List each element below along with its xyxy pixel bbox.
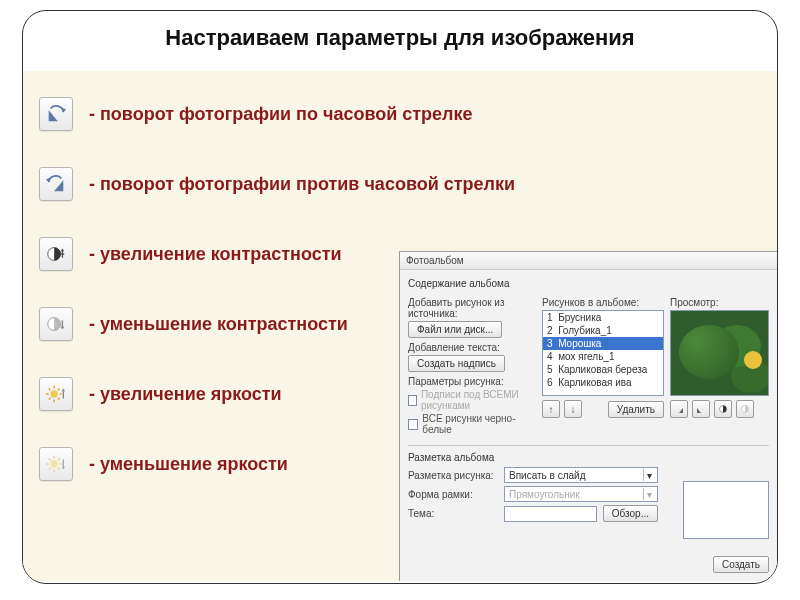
create-caption-button[interactable]: Создать надпись: [408, 355, 505, 372]
svg-line-19: [49, 468, 51, 470]
picture-params-label: Параметры рисунка:: [408, 376, 536, 387]
svg-line-18: [58, 468, 60, 470]
list-item: 6 Карликовая ива: [543, 376, 663, 389]
preview-header: Просмотр:: [670, 297, 769, 308]
list-item-selected: 3 Морошка: [543, 337, 663, 350]
file-disk-button[interactable]: Файл или диск...: [408, 321, 502, 338]
mini-rotate-ccw-icon[interactable]: [670, 400, 688, 418]
preview-image: [670, 310, 769, 396]
theme-label: Тема:: [408, 508, 498, 519]
row-label: - поворот фотографии по часовой стрелке: [89, 104, 473, 125]
add-text-label: Добавление текста:: [408, 342, 536, 353]
layout-group-label: Разметка альбома: [408, 452, 769, 463]
svg-line-20: [58, 459, 60, 461]
svg-line-8: [58, 398, 60, 400]
rotate-ccw-icon[interactable]: [39, 167, 73, 201]
list-item: 4 мох ягель_1: [543, 350, 663, 363]
list-item: 2 Голубика_1: [543, 324, 663, 337]
remove-button[interactable]: Удалить: [608, 401, 664, 418]
list-item: 5 Карликовая береза: [543, 363, 663, 376]
contrast-down-icon[interactable]: [39, 307, 73, 341]
layout-combo[interactable]: Вписать в слайд▾: [504, 467, 658, 483]
group-content-label: Содержание альбома: [408, 278, 769, 289]
row-label: - поворот фотографии против часовой стре…: [89, 174, 515, 195]
row-label: - уменьшение яркости: [89, 454, 288, 475]
create-button[interactable]: Создать: [713, 556, 769, 573]
frame-label: Форма рамки:: [408, 489, 498, 500]
dialog-title: Фотоальбом: [400, 252, 777, 270]
svg-line-10: [58, 389, 60, 391]
svg-point-2: [51, 390, 58, 397]
page-title: Настраиваем параметры для изображения: [23, 25, 777, 51]
layout-preview-box: [683, 481, 769, 539]
slide-card: Настраиваем параметры для изображения - …: [22, 10, 778, 584]
list-header: Рисунков в альбоме:: [542, 297, 664, 308]
layout-label: Разметка рисунка:: [408, 470, 498, 481]
brightness-up-icon[interactable]: [39, 377, 73, 411]
frame-combo: Прямоугольник▾: [504, 486, 658, 502]
svg-line-7: [49, 389, 51, 391]
add-from-label: Добавить рисунок из источника:: [408, 297, 536, 319]
pictures-listbox[interactable]: 1 Брусника 2 Голубика_1 3 Морошка 4 мох …: [542, 310, 664, 396]
chk-captions[interactable]: Подписи под ВСЕМИ рисунками: [408, 389, 536, 411]
photoalbum-dialog: Фотоальбом Содержание альбома Добавить р…: [399, 251, 777, 581]
mini-contrast-up-icon[interactable]: [714, 400, 732, 418]
row-rotate-ccw: - поворот фотографии против часовой стре…: [33, 149, 553, 219]
svg-line-17: [49, 459, 51, 461]
chevron-down-icon: ▾: [643, 469, 655, 481]
row-label: - уменьшение контрастности: [89, 314, 348, 335]
brightness-down-icon[interactable]: [39, 447, 73, 481]
col-list: Рисунков в альбоме: 1 Брусника 2 Голубик…: [542, 293, 664, 437]
theme-input[interactable]: [504, 506, 597, 522]
row-label: - увеличение яркости: [89, 384, 282, 405]
mini-contrast-down-icon[interactable]: [736, 400, 754, 418]
svg-point-12: [51, 460, 58, 467]
mini-rotate-cw-icon[interactable]: [692, 400, 710, 418]
row-label: - увеличение контрастности: [89, 244, 342, 265]
move-up-button[interactable]: ↑: [542, 400, 560, 418]
col-sources: Добавить рисунок из источника: Файл или …: [408, 293, 536, 437]
col-preview: Просмотр:: [670, 293, 769, 437]
svg-line-9: [49, 398, 51, 400]
chk-bw[interactable]: ВСЕ рисунки черно-белые: [408, 413, 536, 435]
list-item: 1 Брусника: [543, 311, 663, 324]
move-down-button[interactable]: ↓: [564, 400, 582, 418]
rotate-cw-icon[interactable]: [39, 97, 73, 131]
browse-button[interactable]: Обзор...: [603, 505, 658, 522]
row-rotate-cw: - поворот фотографии по часовой стрелке: [33, 79, 553, 149]
chevron-down-icon: ▾: [643, 488, 655, 500]
contrast-up-icon[interactable]: [39, 237, 73, 271]
